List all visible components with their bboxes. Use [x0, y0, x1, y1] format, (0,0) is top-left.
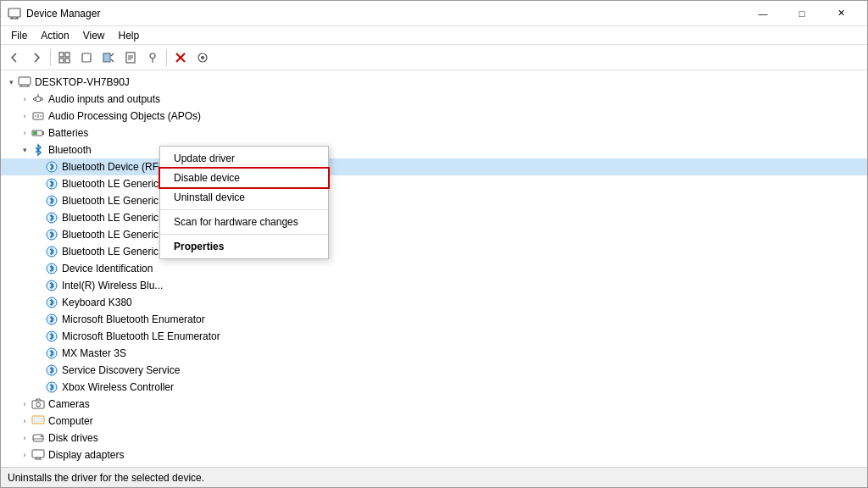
toolbar-btn2[interactable]	[76, 47, 97, 68]
svg-rect-53	[34, 418, 42, 422]
tree-cameras[interactable]: › Cameras	[1, 396, 867, 413]
audio-processing-icon	[31, 109, 45, 123]
bt-xbox-label: Xbox Wireless Controller	[62, 381, 174, 393]
tree-bluetooth[interactable]: ▾ Bluetooth	[1, 141, 867, 158]
toolbar-refresh[interactable]	[192, 47, 213, 68]
disk-label: Disk drives	[48, 432, 98, 444]
toolbar-btn3[interactable]	[98, 47, 119, 68]
status-bar: Uninstalls the driver for the selected d…	[1, 467, 867, 487]
context-disable-device[interactable]: Disable device	[160, 169, 328, 187]
cameras-toggle[interactable]: ›	[18, 397, 31, 411]
menu-file[interactable]: File	[4, 28, 34, 43]
svg-line-10	[111, 53, 114, 56]
svg-point-26	[36, 97, 41, 102]
toolbar-back[interactable]	[4, 47, 25, 68]
audio-processing-toggle[interactable]: ›	[18, 109, 31, 123]
display-label: Display adapters	[48, 449, 124, 461]
toolbar-btn4[interactable]	[120, 47, 141, 68]
context-uninstall-device[interactable]: Uninstall device	[160, 187, 328, 208]
toolbar-sep1	[50, 49, 51, 66]
bt-ms-le-icon	[45, 330, 58, 343]
toolbar-btn1[interactable]	[54, 47, 75, 68]
svg-rect-50	[32, 401, 44, 408]
display-icon	[31, 448, 45, 462]
tree-computer[interactable]: › Computer	[1, 413, 867, 430]
bt-le5-label: Bluetooth LE Generic	[62, 246, 159, 258]
cameras-icon	[31, 397, 45, 411]
toolbar-forward[interactable]	[26, 47, 47, 68]
svg-point-51	[36, 402, 41, 407]
firmware-toggle[interactable]: ›	[18, 465, 31, 467]
tree-bt-xbox[interactable]: › Xbox Wireless Controller	[1, 379, 867, 396]
context-properties[interactable]: Properties	[160, 236, 328, 257]
bt-le1-label: Bluetooth LE Generic	[62, 178, 159, 190]
svg-rect-8	[82, 53, 91, 62]
tree-bt-le3[interactable]: › Bluetooth LE Generic	[1, 209, 867, 226]
bluetooth-label: Bluetooth	[48, 144, 92, 156]
batteries-toggle[interactable]: ›	[18, 126, 31, 140]
context-scan-hardware[interactable]: Scan for hardware changes	[160, 212, 328, 232]
tree-bt-kb[interactable]: › Keyboard K380	[1, 294, 867, 311]
audio-inputs-toggle[interactable]: ›	[18, 92, 31, 106]
close-button[interactable]: ✕	[821, 1, 860, 26]
svg-point-56	[41, 435, 42, 437]
bt-service-icon	[45, 363, 58, 377]
minimize-button[interactable]: —	[743, 1, 782, 26]
window-title: Device Manager	[26, 8, 743, 19]
bluetooth-toggle[interactable]: ▾	[18, 143, 31, 157]
display-toggle[interactable]: ›	[18, 448, 31, 462]
tree-bt-le4[interactable]: › Bluetooth LE Generic	[1, 226, 867, 243]
svg-rect-57	[32, 450, 44, 458]
firmware-icon	[31, 465, 45, 467]
disk-toggle[interactable]: ›	[18, 431, 31, 445]
maximize-button[interactable]: □	[782, 1, 821, 26]
svg-point-16	[150, 53, 155, 58]
bt-intel-icon	[45, 279, 58, 292]
menu-help[interactable]: Help	[112, 28, 147, 43]
tree-bt-service[interactable]: › Service Discovery Service	[1, 362, 867, 379]
bt-xbox-icon	[45, 380, 58, 394]
computer-toggle[interactable]: ›	[18, 414, 31, 428]
bt-le3-label: Bluetooth LE Generic	[62, 212, 159, 224]
tree-firmware[interactable]: › Firmware	[1, 463, 867, 467]
bt-ms-enum-icon	[45, 313, 58, 326]
toolbar-delete[interactable]	[170, 47, 191, 68]
tree-batteries[interactable]: › Batteries	[1, 125, 867, 141]
tree-bt-mx[interactable]: › MX Master 3S	[1, 345, 867, 362]
tree-bt-device-id[interactable]: › Device Identification	[1, 260, 867, 277]
context-sep1	[160, 209, 328, 210]
tree-bt-le2[interactable]: › Bluetooth LE Generic	[1, 192, 867, 209]
title-bar: Device Manager — □ ✕	[1, 1, 867, 26]
tree-bt-le1[interactable]: › Bluetooth LE Generic	[1, 175, 867, 192]
menu-view[interactable]: View	[76, 28, 112, 43]
tree-bt-ms-le[interactable]: › Microsoft Bluetooth LE Enumerator	[1, 328, 867, 345]
bt-device-id-icon	[45, 262, 58, 275]
bt-kb-icon	[45, 296, 58, 309]
toolbar-sep2	[166, 49, 167, 66]
context-update-driver[interactable]: Update driver	[160, 148, 328, 169]
app-icon	[8, 7, 21, 20]
device-tree[interactable]: ▾ DESKTOP-VH7B90J › Audio inputs and out…	[1, 70, 867, 467]
bt-le2-icon	[45, 194, 58, 208]
bt-ms-le-label: Microsoft Bluetooth LE Enumerator	[62, 330, 220, 342]
svg-rect-5	[65, 53, 70, 57]
tree-root[interactable]: ▾ DESKTOP-VH7B90J	[1, 74, 867, 91]
toolbar-btn5[interactable]	[142, 47, 163, 68]
tree-bt-intel[interactable]: › Intel(R) Wireless Blu...	[1, 277, 867, 294]
tree-display[interactable]: › Display adapters	[1, 446, 867, 463]
menu-action[interactable]: Action	[34, 28, 75, 43]
tree-bt-le5[interactable]: › Bluetooth LE Generic	[1, 243, 867, 260]
bt-ms-enum-label: Microsoft Bluetooth Enumerator	[62, 313, 205, 325]
tree-audio-processing[interactable]: › Audio Processing Objects (APOs)	[1, 108, 867, 125]
tree-bt-rfcomm[interactable]: › Bluetooth Device (RFCOMM Protocol TDI)	[1, 158, 867, 175]
svg-point-21	[201, 56, 204, 59]
root-toggle[interactable]: ▾	[4, 75, 18, 89]
audio-inputs-label: Audio inputs and outputs	[48, 93, 160, 105]
audio-inputs-icon	[31, 92, 45, 106]
tree-disk[interactable]: › Disk drives	[1, 430, 867, 446]
firmware-label: Firmware	[48, 466, 91, 467]
tree-audio-inputs[interactable]: › Audio inputs and outputs	[1, 91, 867, 108]
batteries-icon	[31, 126, 45, 140]
tree-bt-ms-enum[interactable]: › Microsoft Bluetooth Enumerator	[1, 311, 867, 328]
bt-mx-label: MX Master 3S	[62, 347, 126, 359]
